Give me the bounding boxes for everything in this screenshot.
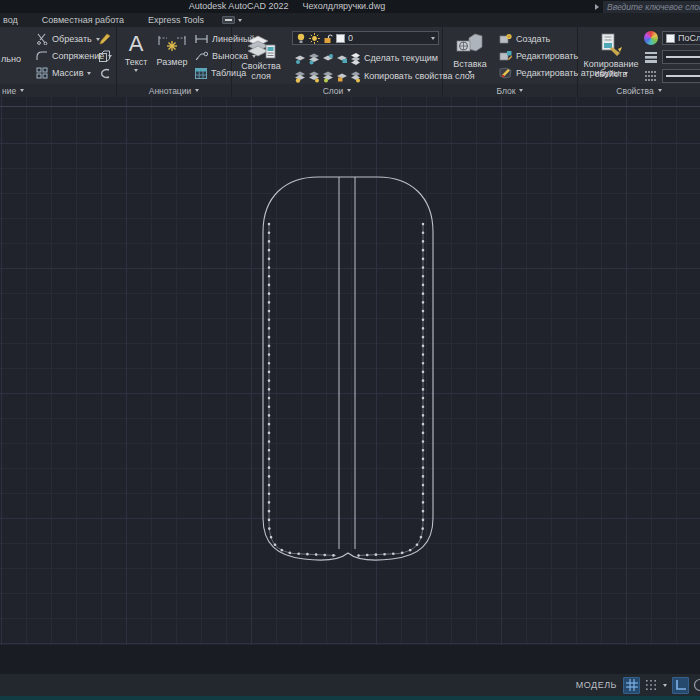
- title-bar: Autodesk AutoCAD 2022Чехолдляручки.dwg В…: [0, 0, 700, 13]
- match-properties-icon: [598, 33, 624, 57]
- panel-expand-icon: [195, 89, 199, 92]
- status-bar: МОДЕЛЬ: [0, 674, 700, 696]
- stitch-line-left[interactable]: [269, 224, 336, 556]
- ortho-icon: [675, 679, 687, 691]
- layer-properties-label: Свойства слоя: [234, 61, 288, 81]
- stitch-line-right[interactable]: [358, 224, 423, 556]
- edit-attributes-icon: [499, 67, 512, 79]
- layer-on-bulb-icon: [296, 33, 306, 44]
- panel-modify: льно Обрезать Сопряжение: [0, 27, 117, 97]
- scissors-icon: [36, 33, 48, 45]
- app-title: Autodesk AutoCAD 2022: [189, 1, 289, 11]
- document-title: Чехолдляручки.dwg: [302, 1, 385, 11]
- fillet-arc-icon: [36, 50, 48, 62]
- layer-select-dropdown[interactable]: 0: [292, 31, 439, 45]
- leader-icon: [195, 51, 208, 61]
- copy-box-icon: [98, 50, 111, 63]
- lineweight-sample: [666, 56, 700, 58]
- insert-block-button[interactable]: Вставка: [447, 29, 493, 74]
- snap-settings-chevron-icon[interactable]: [663, 684, 667, 687]
- model-space-toggle[interactable]: МОДЕЛЬ: [576, 680, 617, 690]
- superhatch-button[interactable]: [98, 66, 111, 80]
- chevron-down-icon: [468, 71, 472, 74]
- pen-case-outline[interactable]: [263, 177, 433, 560]
- tab-express-tools[interactable]: Express Tools: [136, 15, 216, 25]
- grid-icon: [626, 679, 638, 691]
- panel-expand-icon: [519, 89, 523, 92]
- table-icon: [195, 68, 207, 79]
- layer-color-swatch: [336, 34, 345, 43]
- pen-case-drawing[interactable]: [0, 97, 700, 645]
- panel-expand-icon: [347, 89, 351, 92]
- dimension-burst-icon: [157, 33, 187, 55]
- layer-tools-row-1: Сделать текущим: [294, 51, 438, 65]
- snap-mode-toggle[interactable]: [642, 677, 659, 694]
- text-button[interactable]: A Текст: [121, 29, 151, 72]
- layer-state-icons-yellow: [294, 70, 360, 83]
- dimension-button[interactable]: Размер: [153, 29, 191, 67]
- panel-block: Вставка Создать Редактировать: [443, 27, 578, 97]
- ribbon-options-button[interactable]: [222, 16, 242, 24]
- stitch-dots-left: [269, 224, 336, 556]
- clip-icon: [98, 67, 111, 80]
- grid-display-toggle[interactable]: [623, 677, 640, 694]
- bottom-accent-strip: [0, 696, 700, 700]
- linetype-dropdown[interactable]: П: [662, 69, 700, 83]
- match-properties-button[interactable]: Копирование свойств: [580, 29, 642, 79]
- polar-tracking-toggle[interactable]: [691, 677, 700, 694]
- panel-properties: Копирование свойств ПоСлою П П: [578, 27, 700, 97]
- panel-layers: Свойства слоя 0: [232, 27, 443, 97]
- ribbon-state-icon: [222, 16, 235, 24]
- tab-collaborate[interactable]: Совместная работа: [30, 15, 136, 25]
- ortho-mode-toggle[interactable]: [672, 677, 689, 694]
- panel-footer-layers[interactable]: Слои: [232, 84, 442, 97]
- panel-footer-modify[interactable]: ние: [0, 84, 116, 97]
- color-wheel-icon[interactable]: [644, 31, 658, 45]
- stitch-dots-right: [358, 224, 423, 556]
- linetype-icon[interactable]: [644, 70, 658, 82]
- layer-thaw-sun-icon: [309, 33, 320, 44]
- make-current-button[interactable]: Сделать текущим: [364, 53, 438, 63]
- panel-expand-icon: [20, 89, 24, 92]
- edit-block-icon: [499, 50, 512, 62]
- panel-footer-block[interactable]: Блок: [443, 84, 577, 97]
- color-swatch: [666, 34, 675, 43]
- search-placeholder: Введите ключевое слово/фр: [607, 2, 700, 12]
- linear-dimension-icon: [195, 34, 208, 44]
- layer-properties-icon: [246, 33, 276, 59]
- create-block-icon: [499, 33, 512, 45]
- panel-footer-properties[interactable]: Свойства: [578, 84, 700, 97]
- command-dock: Введите команду: [0, 645, 700, 674]
- current-layer-name: 0: [348, 33, 428, 43]
- layer-properties-button[interactable]: Свойства слоя: [234, 29, 288, 81]
- ribbon-tab-bar: вод Совместная работа Express Tools: [0, 13, 700, 27]
- panel-expand-icon: [658, 89, 662, 92]
- mirror-button-partial[interactable]: льно: [1, 54, 21, 64]
- lineweight-dropdown[interactable]: П: [662, 50, 700, 64]
- layer-state-icons-teal: [294, 52, 360, 65]
- panel-annotate: A Текст Размер: [117, 27, 232, 97]
- snap-grid-icon: [645, 679, 657, 691]
- model-space-viewport[interactable]: [0, 97, 700, 645]
- copy-nested-button[interactable]: [98, 49, 111, 63]
- polar-icon: [693, 678, 700, 692]
- chevron-down-icon: [87, 72, 91, 75]
- insert-block-icon: [455, 33, 485, 57]
- chevron-down-icon: [238, 19, 242, 22]
- chevron-down-icon: [134, 69, 138, 72]
- layer-unlock-icon: [323, 33, 333, 44]
- lineweight-icon[interactable]: [644, 51, 658, 63]
- ribbon: льно Обрезать Сопряжение: [0, 27, 700, 97]
- array-icon: [36, 67, 48, 79]
- pencil-icon: [98, 33, 111, 46]
- chevron-down-icon: [431, 37, 435, 40]
- search-collapse-icon[interactable]: [595, 4, 599, 10]
- text-A-icon: A: [129, 33, 144, 55]
- panel-footer-annotate[interactable]: Аннотации: [117, 84, 231, 97]
- help-search-input[interactable]: Введите ключевое слово/фр: [603, 1, 700, 13]
- tab-output-partial[interactable]: вод: [0, 15, 30, 25]
- draworder-button[interactable]: [98, 32, 111, 46]
- object-color-dropdown[interactable]: ПоСлою: [662, 31, 700, 45]
- linetype-sample: [666, 75, 700, 77]
